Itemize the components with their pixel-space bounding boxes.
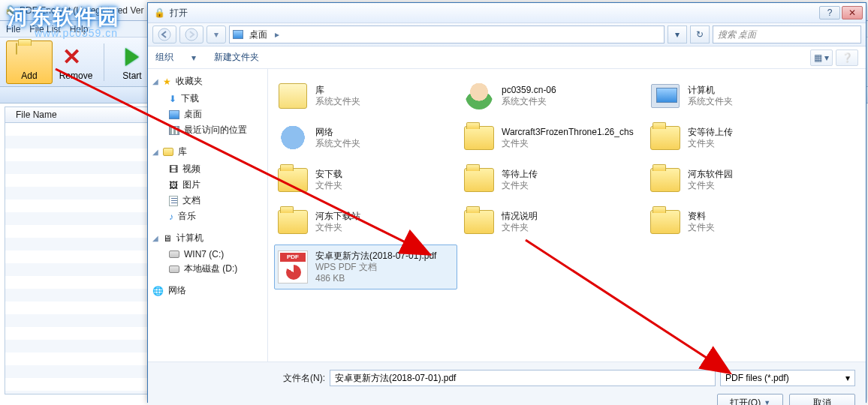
- open-button[interactable]: 打开(O)▼: [717, 394, 783, 405]
- tile-folder[interactable]: 情况说明文件夹: [460, 202, 643, 242]
- close-button[interactable]: ✕: [842, 6, 863, 20]
- user-icon: [466, 82, 493, 110]
- filename-input[interactable]: [330, 370, 716, 386]
- computer-icon: 🖥: [163, 233, 172, 244]
- history-dropdown[interactable]: ▾: [668, 26, 687, 44]
- desktop-icon: [169, 110, 179, 119]
- svg-point-0: [158, 28, 170, 40]
- side-network: 🌐网络: [152, 284, 263, 297]
- newfolder-button[interactable]: 新建文件夹: [214, 51, 259, 64]
- filename-label: 文件名(N):: [283, 372, 325, 385]
- dlg-toolbar: 组织▾ 新建文件夹 ▦ ▾ ❔: [148, 46, 866, 69]
- remove-icon: ✕: [62, 44, 89, 70]
- view-button[interactable]: ▦ ▾: [810, 50, 833, 66]
- tile-network[interactable]: 网络系统文件夹: [274, 118, 457, 158]
- sidebar-item-music[interactable]: ♪音乐: [152, 208, 263, 224]
- chevron-down-icon[interactable]: ▼: [764, 399, 770, 405]
- tile-userfolder[interactable]: pc0359.cn-06系统文件夹: [460, 76, 643, 116]
- svg-point-1: [185, 28, 197, 40]
- pc-label[interactable]: 计算机: [176, 232, 203, 244]
- menu-filelist[interactable]: File List: [29, 24, 60, 34]
- remove-button[interactable]: ✕ Remove: [53, 40, 99, 84]
- breadcrumb-seg[interactable]: 桌面: [243, 28, 273, 41]
- dlg-titlebar[interactable]: 🔒 打开 ? ✕: [148, 3, 866, 22]
- tile-folder[interactable]: 资料文件夹: [646, 202, 830, 242]
- chevron-down-icon: ▾: [845, 373, 850, 383]
- pdf-icon: [278, 250, 308, 284]
- help-small-button[interactable]: ❔: [836, 50, 858, 66]
- net-label[interactable]: 网络: [168, 284, 186, 297]
- file-size: 486 KB: [315, 273, 436, 284]
- search-placeholder: 搜索 桌面: [718, 28, 756, 41]
- organize-button[interactable]: 组织: [155, 51, 173, 64]
- menu-file[interactable]: File: [6, 24, 20, 34]
- sidebar-item-videos[interactable]: 🎞视频: [152, 161, 263, 177]
- refresh-button[interactable]: ↻: [690, 26, 710, 44]
- sidebar-item-desktop[interactable]: 桌面: [152, 106, 263, 122]
- side-favorites: ◢★收藏夹 ⬇下载 桌面 最近访问的位置: [152, 75, 263, 138]
- tile-pdf-file[interactable]: 安卓更新方法(2018-07-01).pdf WPS PDF 文档 486 KB: [274, 244, 457, 290]
- tile-folder[interactable]: 河东下载站文件夹: [274, 202, 457, 242]
- network-icon: 🌐: [152, 286, 164, 296]
- file-type: WPS PDF 文档: [315, 262, 436, 273]
- folder-icon: [464, 126, 494, 150]
- dlg-bottom: 文件名(N): PDF files (*.pdf)▾ 打开(O)▼ 取消: [148, 362, 866, 405]
- video-icon: 🎞: [169, 164, 178, 175]
- picture-icon: 🖼: [169, 180, 178, 190]
- drive-icon: [169, 266, 179, 273]
- folder-icon: [464, 210, 494, 234]
- fav-label[interactable]: 收藏夹: [176, 75, 203, 88]
- sidebar: ◢★收藏夹 ⬇下载 桌面 最近访问的位置 ◢库 🎞视频 🖼图片 文档 ♪音乐 ◢…: [148, 69, 268, 362]
- tile-library[interactable]: 库系统文件夹: [274, 76, 457, 116]
- tile-computer[interactable]: 计算机系统文件夹: [646, 76, 830, 116]
- file-content-area[interactable]: 库系统文件夹 pc0359.cn-06系统文件夹 计算机系统文件夹 网络系统文件…: [268, 69, 866, 362]
- menu-help[interactable]: Help: [70, 24, 89, 34]
- network-icon: [279, 125, 307, 151]
- tile-folder[interactable]: 安等待上传文件夹: [646, 118, 830, 158]
- recent-dropdown[interactable]: ▾: [206, 26, 226, 44]
- chevron-right-icon[interactable]: ▸: [273, 29, 281, 40]
- add-label: Add: [21, 70, 37, 81]
- dlg-title-text: 打开: [170, 7, 188, 20]
- lib-label[interactable]: 库: [178, 146, 187, 158]
- sidebar-item-recent[interactable]: 最近访问的位置: [152, 122, 263, 138]
- cancel-button[interactable]: 取消: [789, 394, 855, 405]
- star-icon: ★: [163, 76, 171, 87]
- chevron-down-icon[interactable]: ▾: [191, 52, 196, 63]
- sidebar-item-drive-d[interactable]: 本地磁盘 (D:): [152, 261, 263, 277]
- collapse-icon[interactable]: ◢: [152, 234, 158, 242]
- forward-button[interactable]: [179, 26, 203, 44]
- tile-folder[interactable]: 安下载文件夹: [274, 160, 457, 200]
- folder-icon: [278, 210, 308, 234]
- lock-icon: 🔒: [154, 8, 165, 18]
- back-button[interactable]: [152, 26, 176, 44]
- collapse-icon[interactable]: ◢: [152, 77, 158, 86]
- tile-folder[interactable]: 河东软件园文件夹: [646, 160, 830, 200]
- music-icon: ♪: [169, 212, 173, 222]
- play-icon: [119, 44, 146, 70]
- breadcrumb[interactable]: 桌面 ▸: [229, 26, 665, 44]
- collapse-icon[interactable]: ◢: [152, 148, 158, 156]
- sidebar-item-drive-c[interactable]: WIN7 (C:): [152, 248, 263, 261]
- download-icon: ⬇: [169, 94, 176, 104]
- help-button[interactable]: ?: [819, 6, 840, 20]
- drive-icon: [169, 250, 179, 258]
- recent-icon: [169, 126, 179, 135]
- start-label: Start: [122, 70, 141, 81]
- folder-icon: [464, 168, 494, 192]
- sidebar-item-downloads[interactable]: ⬇下载: [152, 91, 263, 106]
- library-icon: [279, 83, 307, 109]
- tile-folder[interactable]: Warcraft3FrozenThrone1.26_chs文件夹: [460, 118, 643, 158]
- tile-folder[interactable]: 等待上传文件夹: [460, 160, 643, 200]
- sidebar-item-pictures[interactable]: 🖼图片: [152, 177, 263, 193]
- folder-icon: [278, 168, 308, 192]
- dlg-body: ◢★收藏夹 ⬇下载 桌面 最近访问的位置 ◢库 🎞视频 🖼图片 文档 ♪音乐 ◢…: [148, 69, 866, 362]
- side-libraries: ◢库 🎞视频 🖼图片 文档 ♪音乐: [152, 146, 263, 224]
- add-button[interactable]: Add: [6, 40, 53, 84]
- sidebar-item-documents[interactable]: 文档: [152, 193, 263, 208]
- filetype-filter[interactable]: PDF files (*.pdf)▾: [720, 370, 855, 386]
- file-name: 安卓更新方法(2018-07-01).pdf: [315, 250, 436, 262]
- search-input[interactable]: 搜索 桌面: [713, 26, 861, 44]
- computer-icon: [651, 84, 680, 108]
- bg-title-text: PDF Encrypt (Unregistered Ver: [20, 5, 143, 16]
